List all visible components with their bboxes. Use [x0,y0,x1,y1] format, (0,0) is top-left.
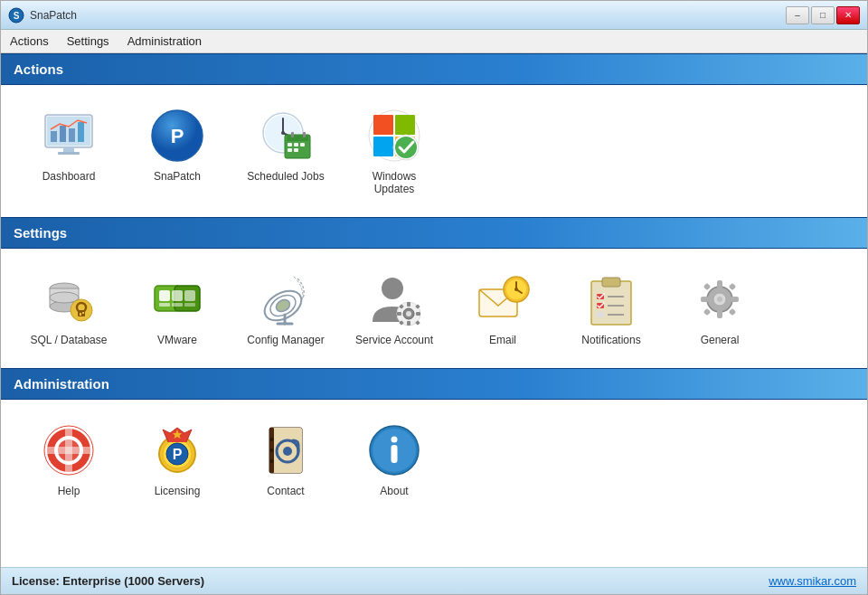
svg-text:S: S [14,11,20,21]
general-item[interactable]: General [670,263,769,354]
statusbar: License: Enterprise (1000 Servers) www.s… [1,567,867,594]
svg-point-98 [58,439,80,461]
general-icon-wrapper [691,270,749,328]
config-manager-label: Config Manager [247,334,324,346]
window-title: SnaPatch [30,9,77,22]
svg-rect-62 [416,312,420,316]
svg-rect-90 [703,308,711,316]
sql-database-icon-wrapper [40,270,98,328]
vmware-icon-wrapper [148,270,206,328]
svg-rect-41 [82,312,84,314]
maximize-button[interactable]: □ [811,6,835,24]
menubar: Actions Settings Administration [1,30,867,53]
svg-rect-5 [60,126,66,142]
service-account-icon-wrapper [365,270,423,328]
licensing-label: Licensing [155,485,201,497]
svg-rect-73 [591,281,631,325]
about-label: About [380,485,408,497]
email-icon [475,271,531,327]
sql-database-label: SQL / Database [31,334,108,346]
service-account-item[interactable]: Service Account [344,263,444,354]
svg-point-110 [270,449,274,452]
svg-rect-29 [373,137,393,156]
titlebar-controls: – □ ✕ [786,6,860,24]
svg-rect-115 [392,445,398,463]
email-label: Email [489,334,516,346]
close-button[interactable]: ✕ [836,6,860,24]
svg-rect-46 [159,303,170,307]
website-link[interactable]: www.smikar.com [769,574,856,588]
minimize-button[interactable]: – [786,6,809,24]
svg-point-111 [270,459,274,463]
snapatch-label: SnaPatch [154,170,201,183]
notifications-icon [584,272,638,326]
svg-rect-22 [288,148,292,152]
help-icon-wrapper [40,421,98,479]
dashboard-icon [42,111,96,161]
svg-rect-47 [172,303,183,307]
windows-updates-item[interactable]: Windows Updates [344,99,444,203]
svg-rect-49 [184,303,195,307]
menu-actions[interactable]: Actions [1,30,58,52]
menu-administration[interactable]: Administration [118,30,211,52]
license-text: License: Enterprise (1000 Servers) [12,574,204,588]
about-icon [367,423,421,477]
vmware-item[interactable]: VMware [127,263,227,354]
service-account-icon [367,272,421,326]
titlebar-left: S SnaPatch [8,7,77,24]
licensing-item[interactable]: P Licensing [127,414,227,505]
general-label: General [701,334,740,346]
svg-point-83 [717,297,722,302]
svg-rect-28 [395,115,415,135]
svg-rect-9 [58,152,80,155]
svg-rect-87 [731,297,739,302]
help-item[interactable]: Help [19,414,118,505]
administration-grid: Help P [1,400,867,519]
email-item[interactable]: Email [453,263,552,354]
svg-rect-89 [729,283,736,290]
windows-updates-icon-wrapper [365,107,423,165]
section-header-actions: Actions [1,53,867,85]
svg-rect-79 [597,312,604,317]
menu-settings[interactable]: Settings [58,30,118,52]
licensing-icon: P [150,422,204,478]
help-label: Help [58,485,80,497]
section-header-settings: Settings [1,217,867,249]
svg-rect-19 [288,143,292,146]
svg-point-55 [382,278,403,299]
config-manager-item[interactable]: Config Manager [236,263,335,354]
svg-rect-21 [300,143,305,146]
svg-rect-86 [701,297,709,302]
app-icon: S [8,7,24,24]
about-item[interactable]: About [344,414,444,505]
dashboard-item[interactable]: Dashboard [19,99,118,203]
email-icon-wrapper [474,270,532,328]
section-header-administration: Administration [1,368,867,400]
svg-text:P: P [173,447,183,462]
scheduled-jobs-item[interactable]: Scheduled Jobs [236,99,335,203]
settings-grid: SQL / Database [1,249,867,368]
sql-database-item[interactable]: SQL / Database [19,263,118,354]
svg-rect-45 [172,290,183,301]
svg-rect-48 [184,290,195,301]
snapatch-item[interactable]: P SnaPatch [127,99,227,203]
svg-point-52 [274,298,292,314]
svg-rect-4 [51,131,57,142]
scheduled-jobs-icon [258,108,314,164]
svg-rect-60 [407,321,410,326]
scheduled-jobs-label: Scheduled Jobs [247,170,324,183]
contact-label: Contact [267,485,304,497]
config-manager-icon [258,271,314,327]
licensing-icon-wrapper: P [148,421,206,479]
notifications-item[interactable]: Notifications [561,263,661,354]
sql-database-icon [42,272,96,326]
dashboard-icon-wrapper [40,107,98,165]
svg-rect-61 [397,312,401,316]
svg-point-36 [50,292,79,303]
contact-item[interactable]: Contact [236,414,335,505]
about-icon-wrapper [365,421,423,479]
contact-icon-wrapper [257,421,315,479]
titlebar: S SnaPatch – □ ✕ [1,1,867,30]
svg-text:P: P [171,125,184,147]
svg-rect-40 [80,313,81,316]
